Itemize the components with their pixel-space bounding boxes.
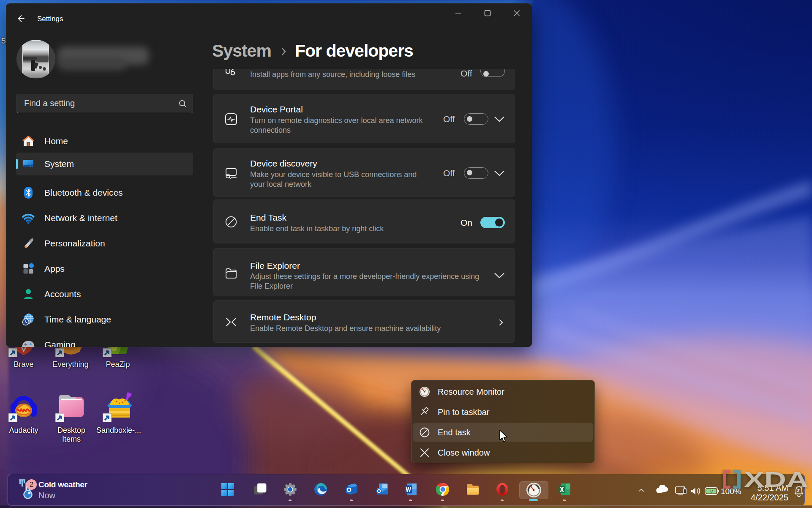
svg-text:XDA: XDA (744, 469, 808, 489)
